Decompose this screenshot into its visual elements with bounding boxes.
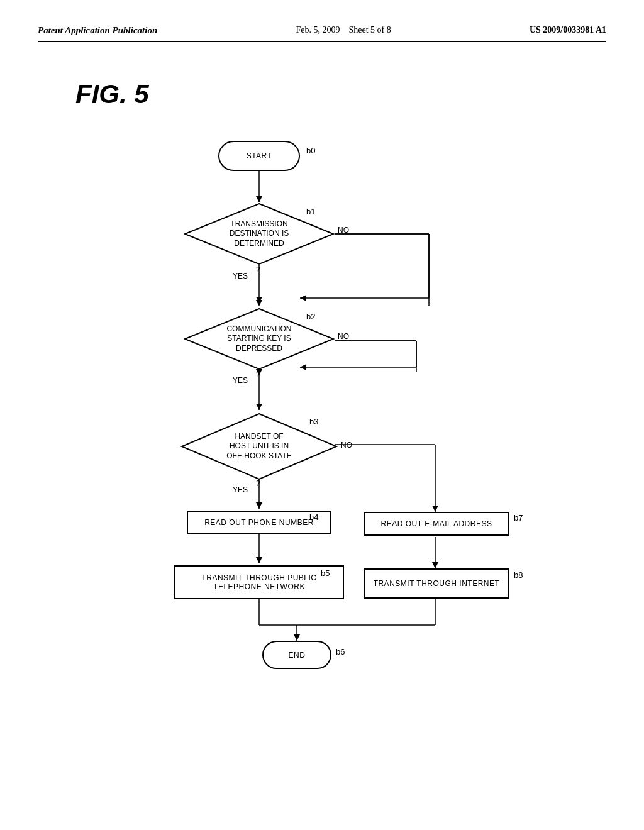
sheet-label: Sheet 5 of 8 [348, 25, 391, 35]
patent-number: US 2009/0033981 A1 [530, 25, 606, 35]
b8-text: TRANSMIT THROUGH INTERNET [374, 579, 500, 588]
start-label: START [247, 152, 272, 160]
b2-label: b2 [306, 312, 315, 321]
publication-label: Patent Application Publication [38, 25, 157, 36]
d3-text: HANDSET OF HOST UNIT IS IN OFF-HOOK STAT… [226, 432, 292, 462]
end-node: END [262, 641, 331, 669]
b2-yes-label: YES [233, 376, 248, 385]
flowchart: START b0 TRANSMISSION DESTINATION IS DET… [64, 128, 580, 694]
b8-label: b8 [514, 570, 523, 580]
b2-q: ? [256, 370, 260, 379]
date-label: Feb. 5, 2009 [296, 25, 340, 35]
d1-text: TRANSMISSION DESTINATION IS DETERMINED [230, 219, 289, 249]
b7-node: READ OUT E-MAIL ADDRESS [364, 512, 509, 536]
b5-line1: TRANSMIT THROUGH PUBLIC [201, 573, 316, 582]
b4-label: b4 [309, 512, 318, 522]
header-center: Feb. 5, 2009 Sheet 5 of 8 [296, 25, 391, 35]
b7-label: b7 [514, 513, 523, 523]
b0-label: b0 [306, 146, 315, 155]
b3-no-label: NO [341, 441, 352, 450]
b4-text: READ OUT PHONE NUMBER [204, 518, 314, 527]
b8-node: TRANSMIT THROUGH INTERNET [364, 568, 509, 599]
svg-marker-12 [256, 300, 262, 306]
fig-title: FIG. 5 [75, 79, 606, 109]
svg-marker-25 [294, 634, 300, 641]
b5-node: TRANSMIT THROUGH PUBLIC TELEPHONE NETWOR… [174, 565, 344, 599]
svg-marker-3 [256, 297, 262, 303]
b6-label: b6 [336, 647, 345, 656]
header: Patent Application Publication Feb. 5, 2… [38, 25, 606, 42]
svg-marker-7 [256, 502, 262, 509]
b3-q: ? [256, 479, 260, 488]
d2-text: COMMUNICATION STARTING KEY IS DEPRESSED [226, 324, 291, 354]
b1-no-label: NO [338, 226, 349, 235]
svg-marker-1 [256, 196, 262, 202]
b1-q: ? [256, 265, 260, 274]
b5-label: b5 [321, 568, 330, 578]
b1-yes-label: YES [233, 272, 248, 280]
b3-yes-label: YES [233, 485, 248, 494]
b3-label: b3 [309, 417, 318, 426]
svg-marker-29 [300, 295, 306, 301]
end-label: END [289, 651, 306, 660]
svg-marker-9 [256, 557, 262, 563]
svg-marker-20 [432, 562, 438, 568]
page: Patent Application Publication Feb. 5, 2… [0, 0, 644, 830]
b7-text: READ OUT E-MAIL ADDRESS [381, 519, 492, 528]
b2-no-label: NO [338, 332, 349, 341]
svg-marker-18 [432, 506, 438, 512]
b5-line2: TELEPHONE NETWORK [201, 582, 316, 591]
svg-marker-5 [256, 404, 262, 410]
start-node: START [218, 141, 300, 171]
b1-label: b1 [306, 207, 315, 216]
